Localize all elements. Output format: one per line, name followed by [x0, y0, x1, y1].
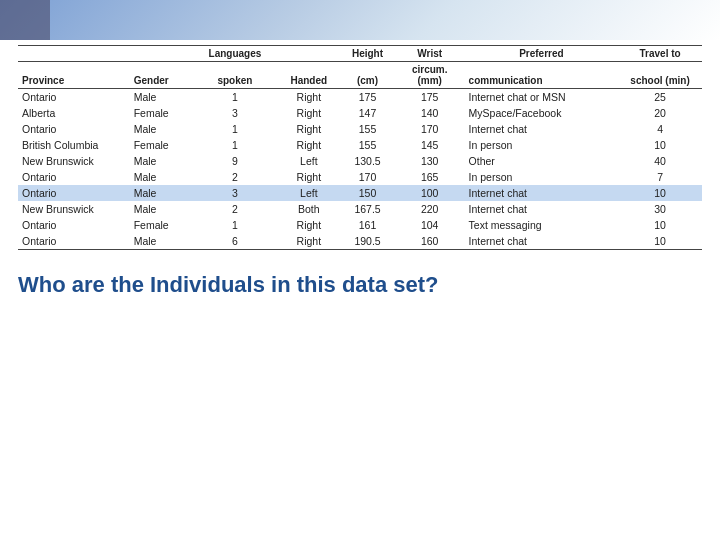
- cell-languages: 6: [193, 233, 278, 250]
- main-content: Languages Height Wrist Preferred Travel …: [18, 45, 702, 530]
- cell-height: 147: [340, 105, 395, 121]
- th-height-top: Height: [340, 46, 395, 62]
- cell-wrist: 145: [395, 137, 465, 153]
- cell-height: 170: [340, 169, 395, 185]
- cell-wrist: 165: [395, 169, 465, 185]
- cell-travel: 25: [618, 89, 702, 106]
- table-row: British ColumbiaFemale1Right155145In per…: [18, 137, 702, 153]
- cell-province: Ontario: [18, 185, 130, 201]
- cell-languages: 1: [193, 137, 278, 153]
- cell-preferred: Other: [465, 153, 619, 169]
- th-languages-top: Languages: [193, 46, 278, 62]
- cell-handed: Right: [277, 169, 340, 185]
- cell-gender: Male: [130, 169, 193, 185]
- table-header-row2: Province Gender spoken Handed (cm) circu…: [18, 62, 702, 89]
- cell-preferred: In person: [465, 137, 619, 153]
- th-province-top: [18, 46, 130, 62]
- cell-province: Ontario: [18, 121, 130, 137]
- cell-gender: Female: [130, 105, 193, 121]
- table-body: OntarioMale1Right175175Internet chat or …: [18, 89, 702, 250]
- cell-province: Ontario: [18, 169, 130, 185]
- cell-height: 190.5: [340, 233, 395, 250]
- cell-handed: Left: [277, 185, 340, 201]
- th-handed: Handed: [277, 62, 340, 89]
- cell-travel: 20: [618, 105, 702, 121]
- cell-handed: Right: [277, 121, 340, 137]
- th-handed-top: [277, 46, 340, 62]
- cell-handed: Right: [277, 137, 340, 153]
- cell-preferred: Internet chat: [465, 121, 619, 137]
- th-travel-top: Travel to: [618, 46, 702, 62]
- th-travel: school (min): [618, 62, 702, 89]
- cell-height: 161: [340, 217, 395, 233]
- top-bar-accent: [0, 0, 50, 40]
- th-height: (cm): [340, 62, 395, 89]
- cell-wrist: 130: [395, 153, 465, 169]
- table-row: OntarioMale6Right190.5160Internet chat10: [18, 233, 702, 250]
- cell-languages: 9: [193, 153, 278, 169]
- cell-languages: 2: [193, 169, 278, 185]
- table-row: AlbertaFemale3Right147140MySpace/Faceboo…: [18, 105, 702, 121]
- cell-wrist: 160: [395, 233, 465, 250]
- cell-handed: Left: [277, 153, 340, 169]
- cell-travel: 4: [618, 121, 702, 137]
- cell-preferred: Text messaging: [465, 217, 619, 233]
- cell-preferred: In person: [465, 169, 619, 185]
- cell-gender: Male: [130, 233, 193, 250]
- cell-wrist: 175: [395, 89, 465, 106]
- cell-province: Ontario: [18, 217, 130, 233]
- th-province: Province: [18, 62, 130, 89]
- table-row: New BrunswickMale2Both167.5220Internet c…: [18, 201, 702, 217]
- th-wrist-top: Wrist: [395, 46, 465, 62]
- cell-preferred: Internet chat or MSN: [465, 89, 619, 106]
- cell-height: 150: [340, 185, 395, 201]
- cell-height: 155: [340, 137, 395, 153]
- cell-handed: Right: [277, 233, 340, 250]
- cell-handed: Right: [277, 105, 340, 121]
- cell-height: 155: [340, 121, 395, 137]
- table-row: OntarioMale1Right175175Internet chat or …: [18, 89, 702, 106]
- cell-languages: 2: [193, 201, 278, 217]
- table-row: OntarioMale2Right170165In person7: [18, 169, 702, 185]
- cell-gender: Male: [130, 185, 193, 201]
- table-row: New BrunswickMale9Left130.5130Other40: [18, 153, 702, 169]
- cell-province: New Brunswick: [18, 153, 130, 169]
- th-languages: spoken: [193, 62, 278, 89]
- cell-province: New Brunswick: [18, 201, 130, 217]
- cell-travel: 10: [618, 137, 702, 153]
- cell-travel: 40: [618, 153, 702, 169]
- cell-languages: 3: [193, 105, 278, 121]
- cell-handed: Both: [277, 201, 340, 217]
- cell-province: Ontario: [18, 89, 130, 106]
- cell-preferred: MySpace/Facebook: [465, 105, 619, 121]
- th-preferred: communication: [465, 62, 619, 89]
- cell-wrist: 100: [395, 185, 465, 201]
- table-row: OntarioMale1Right155170Internet chat4: [18, 121, 702, 137]
- cell-travel: 7: [618, 169, 702, 185]
- cell-handed: Right: [277, 217, 340, 233]
- data-table: Languages Height Wrist Preferred Travel …: [18, 45, 702, 250]
- table-row: OntarioFemale1Right161104Text messaging1…: [18, 217, 702, 233]
- cell-preferred: Internet chat: [465, 201, 619, 217]
- cell-height: 167.5: [340, 201, 395, 217]
- cell-height: 130.5: [340, 153, 395, 169]
- cell-wrist: 170: [395, 121, 465, 137]
- cell-province: Alberta: [18, 105, 130, 121]
- cell-travel: 10: [618, 217, 702, 233]
- cell-gender: Male: [130, 201, 193, 217]
- cell-gender: Male: [130, 89, 193, 106]
- cell-province: Ontario: [18, 233, 130, 250]
- cell-wrist: 140: [395, 105, 465, 121]
- th-wrist: circum. (mm): [395, 62, 465, 89]
- cell-wrist: 104: [395, 217, 465, 233]
- cell-travel: 10: [618, 233, 702, 250]
- cell-travel: 30: [618, 201, 702, 217]
- top-decorative-bar: [0, 0, 720, 40]
- cell-preferred: Internet chat: [465, 233, 619, 250]
- cell-height: 175: [340, 89, 395, 106]
- cell-province: British Columbia: [18, 137, 130, 153]
- table-row: OntarioMale3Left150100Internet chat10: [18, 185, 702, 201]
- cell-preferred: Internet chat: [465, 185, 619, 201]
- cell-gender: Female: [130, 217, 193, 233]
- cell-languages: 1: [193, 121, 278, 137]
